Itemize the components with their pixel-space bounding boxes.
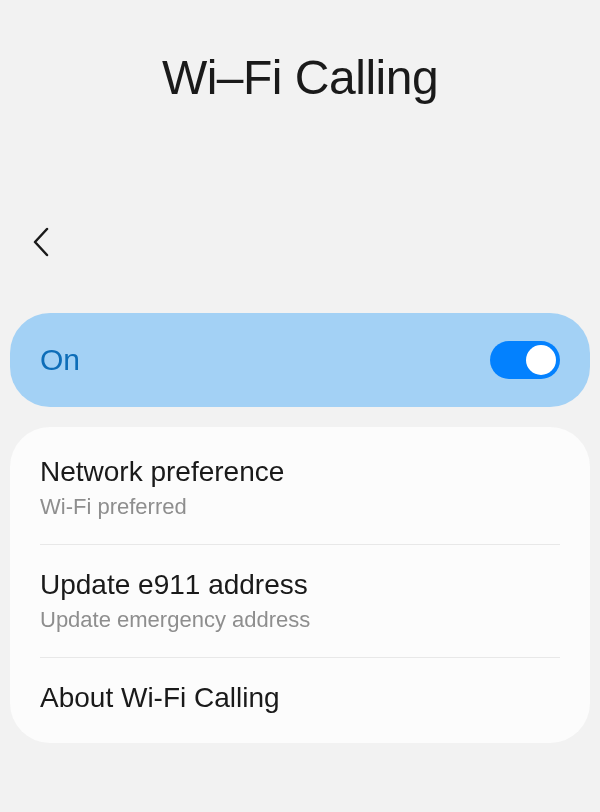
settings-item-network-preference[interactable]: Network preference Wi-Fi preferred [10,432,590,544]
back-button[interactable] [0,215,82,313]
settings-card: Network preference Wi-Fi preferred Updat… [10,427,590,743]
settings-item-update-e911[interactable]: Update e911 address Update emergency add… [10,545,590,657]
toggle-knob [526,345,556,375]
toggle-switch[interactable] [490,341,560,379]
settings-item-title: Update e911 address [40,569,560,601]
master-toggle-card[interactable]: On [10,313,590,407]
settings-item-title: Network preference [40,456,560,488]
settings-item-title: About Wi-Fi Calling [40,682,560,714]
chevron-left-icon [30,225,52,259]
settings-item-about[interactable]: About Wi-Fi Calling [10,658,590,738]
header: Wi–Fi Calling [0,0,600,215]
settings-item-subtitle: Wi-Fi preferred [40,494,560,520]
settings-item-subtitle: Update emergency address [40,607,560,633]
page-title: Wi–Fi Calling [0,50,600,105]
toggle-label: On [40,343,80,377]
